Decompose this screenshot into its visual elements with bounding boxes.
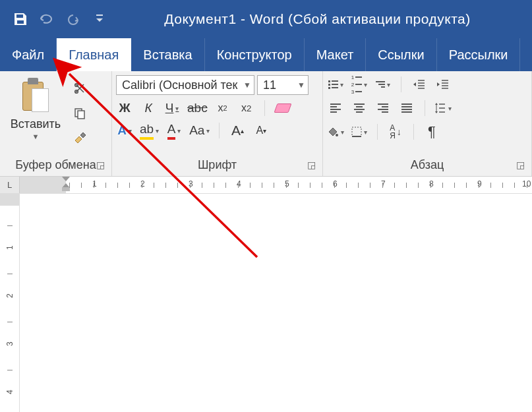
separator	[425, 100, 425, 116]
align-left-button[interactable]	[327, 99, 344, 117]
document-area: 1 2 3 4	[0, 194, 532, 412]
redo-icon[interactable]	[65, 11, 82, 28]
svg-rect-6	[352, 127, 361, 136]
increase-indent-button[interactable]	[434, 75, 452, 94]
ruler-minor-tick	[322, 183, 322, 188]
decrease-indent-button[interactable]	[411, 75, 428, 94]
ribbon-tabstrip: Файл Главная Вставка Конструктор Макет С…	[0, 38, 532, 71]
separator	[413, 124, 414, 140]
tab-selector[interactable]: L	[0, 177, 20, 193]
highlight-button[interactable]: ab	[140, 121, 159, 140]
show-marks-button[interactable]: ¶	[423, 123, 440, 141]
justify-button[interactable]	[398, 99, 415, 117]
qat-customize-icon[interactable]	[91, 11, 108, 28]
chevron-down-icon: ▼	[297, 80, 305, 90]
align-left-icon	[330, 103, 341, 113]
vruler-tick: 3	[5, 341, 15, 346]
superscript-button[interactable]: x2	[238, 99, 255, 117]
text-effects-button[interactable]: A	[116, 121, 133, 140]
numbering-icon: 1 2 3	[351, 74, 362, 95]
group-paragraph-label: Абзац	[411, 158, 444, 171]
vruler-tick: 1	[5, 245, 15, 250]
ruler-minor-tick	[346, 183, 347, 188]
underline-button[interactable]: Ч	[163, 99, 181, 117]
clipboard-launcher-icon[interactable]: ◲	[96, 160, 105, 169]
line-spacing-button[interactable]	[434, 99, 452, 117]
clipboard-icon	[20, 78, 51, 115]
ruler-minor-tick	[479, 183, 479, 188]
font-color-button[interactable]: A	[165, 121, 183, 140]
ruler-minor-tick	[334, 183, 335, 188]
sort-button[interactable]: АЯ↓	[387, 123, 404, 141]
group-font-label: Шрифт	[198, 158, 237, 171]
tab-mailings[interactable]: Рассылки	[437, 38, 521, 71]
ruler-minor-tick	[262, 183, 262, 188]
svg-rect-4	[78, 111, 84, 119]
multilevel-list-button[interactable]	[374, 75, 392, 94]
tab-design[interactable]: Конструктор	[205, 38, 305, 71]
tab-insert[interactable]: Вставка	[131, 38, 204, 71]
separator	[377, 124, 378, 140]
title-bar: Документ1 - Word (Сбой активации продукт…	[0, 0, 532, 38]
strikethrough-button[interactable]: abc	[187, 99, 208, 117]
tab-layout[interactable]: Макет	[305, 38, 367, 71]
ruler-minor-tick	[490, 183, 491, 188]
tab-review[interactable]: Реце	[520, 38, 532, 71]
tab-references[interactable]: Ссылки	[366, 38, 436, 71]
grow-font-button[interactable]: A▴	[229, 121, 246, 140]
separator	[219, 123, 220, 138]
ruler-minor-tick	[117, 183, 118, 188]
cut-button[interactable]	[70, 79, 90, 98]
bullets-button[interactable]	[327, 75, 344, 94]
shading-button[interactable]	[327, 123, 344, 141]
save-icon[interactable]	[12, 11, 29, 28]
align-center-button[interactable]	[351, 99, 368, 117]
svg-point-5	[336, 134, 338, 136]
font-name-combo[interactable]: Calibri (Основной тек ▼	[116, 75, 254, 95]
tab-file[interactable]: Файл	[0, 38, 57, 71]
borders-icon	[351, 127, 362, 137]
shrink-font-button[interactable]: A▾	[252, 121, 270, 140]
paste-dropdown-icon[interactable]: ▼	[32, 132, 40, 140]
change-case-button[interactable]: Aa	[189, 121, 210, 140]
paragraph-launcher-icon[interactable]: ◲	[516, 160, 525, 169]
numbering-button[interactable]: 1 2 3	[351, 75, 368, 94]
bucket-icon	[327, 126, 339, 138]
sort-icon: АЯ	[390, 124, 396, 140]
bold-button[interactable]: Ж	[116, 99, 133, 117]
separator	[401, 76, 401, 92]
group-clipboard: Вставить ▼ Буфер обмена ◲	[0, 71, 112, 176]
ruler-minor-tick	[394, 183, 395, 188]
copy-button[interactable]	[70, 104, 90, 123]
ruler-minor-tick	[527, 183, 527, 188]
ruler-minor-tick	[105, 183, 106, 188]
italic-button[interactable]: К	[140, 99, 157, 117]
ruler-minor-tick	[129, 183, 130, 188]
paste-button[interactable]: Вставить ▼	[4, 75, 67, 156]
chevron-down-icon: ▼	[243, 80, 251, 90]
ruler-minor-tick	[466, 183, 467, 188]
indent-icon	[436, 79, 450, 90]
outdent-icon	[413, 79, 426, 90]
clear-formatting-button[interactable]	[274, 99, 291, 117]
format-painter-button[interactable]	[70, 129, 90, 148]
quick-access-toolbar	[12, 11, 108, 28]
font-size-combo[interactable]: 11 ▼	[257, 75, 309, 95]
undo-icon[interactable]	[38, 11, 55, 28]
ruler-margin-shade	[20, 177, 66, 193]
borders-button[interactable]	[351, 123, 368, 141]
tab-home[interactable]: Главная	[57, 38, 131, 71]
window-title: Документ1 - Word (Сбой активации продукт…	[108, 11, 527, 27]
ruler-minor-tick	[214, 183, 214, 188]
font-launcher-icon[interactable]: ◲	[307, 160, 316, 169]
ruler-minor-tick	[358, 183, 359, 188]
ruler-minor-tick	[177, 183, 178, 188]
ruler-minor-tick	[250, 183, 251, 188]
ruler-minor-tick	[238, 183, 239, 188]
subscript-button[interactable]: x2	[214, 99, 231, 117]
horizontal-ruler[interactable]: 1 2 3 4 5 6 7 8 9 10	[20, 177, 532, 193]
vertical-ruler[interactable]: 1 2 3 4	[0, 194, 20, 412]
document-page[interactable]	[20, 194, 532, 412]
paste-label: Вставить	[11, 117, 61, 131]
align-right-button[interactable]	[374, 99, 392, 117]
